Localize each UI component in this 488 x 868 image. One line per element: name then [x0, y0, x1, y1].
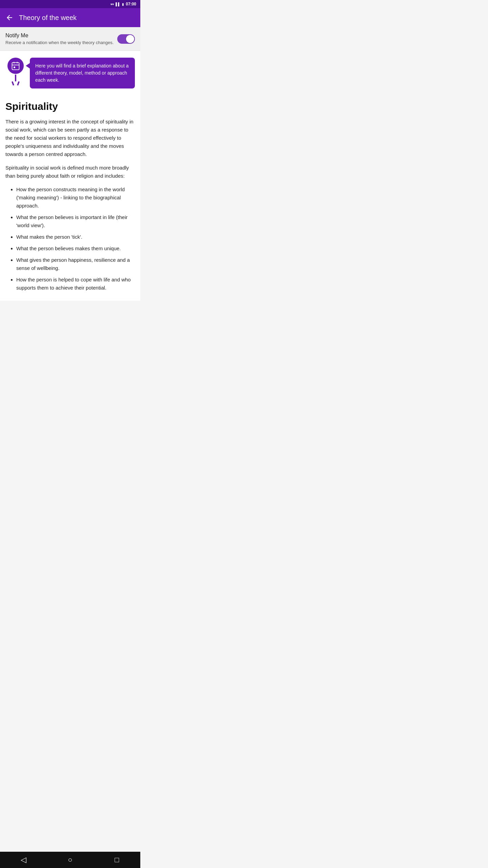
mascot-foot-left [12, 81, 14, 86]
calendar-icon [11, 61, 20, 71]
list-item: What the person believes makes them uniq… [16, 244, 135, 253]
theory-paragraph-1: There is a growing interest in the conce… [5, 118, 135, 158]
list-item: How the person is helped to cope with li… [16, 276, 135, 292]
list-item: What the person believes is important in… [16, 213, 135, 230]
status-time: 07:00 [126, 2, 136, 6]
toggle-track [117, 34, 135, 44]
info-area: Here you will find a brief explanation a… [0, 51, 140, 95]
theory-title: Spirituality [5, 101, 135, 112]
signal-icon: ▌▌ [116, 2, 120, 6]
battery-icon: ▮ [122, 2, 124, 6]
list-item: What makes the person 'tick'. [16, 233, 135, 241]
notify-section: Notify Me Receive a notification when th… [0, 27, 140, 51]
notify-text-block: Notify Me Receive a notification when th… [5, 33, 117, 45]
notify-subtitle: Receive a notification when the weekly t… [5, 40, 117, 45]
page-title: Theory of the week [19, 14, 77, 22]
mascot-body [15, 75, 16, 81]
wifi-icon: ▾▾ [110, 2, 114, 6]
status-icons: ▾▾ ▌▌ ▮ 07:00 [110, 2, 136, 6]
mascot-head [7, 58, 24, 74]
bullet-list: How the person constructs meaning in the… [5, 185, 135, 292]
toggle-thumb [126, 35, 134, 43]
mascot-foot-right [17, 81, 20, 86]
notify-toggle[interactable] [117, 34, 135, 44]
back-button[interactable] [5, 14, 14, 22]
svg-rect-4 [14, 66, 15, 68]
speech-bubble: Here you will find a brief explanation a… [30, 58, 135, 88]
status-bar: ▾▾ ▌▌ ▮ 07:00 [0, 0, 140, 8]
app-bar: Theory of the week [0, 8, 140, 27]
theory-paragraph-2: Spirituality in social work is defined m… [5, 164, 135, 180]
mascot [5, 58, 26, 85]
svg-rect-0 [12, 63, 19, 70]
content-area: Spirituality There is a growing interest… [0, 95, 140, 301]
list-item: What gives the person happiness, resilie… [16, 256, 135, 272]
list-item: How the person constructs meaning in the… [16, 185, 135, 210]
mascot-feet [12, 81, 19, 85]
speech-bubble-text: Here you will find a brief explanation a… [35, 62, 129, 84]
notify-title: Notify Me [5, 33, 117, 39]
